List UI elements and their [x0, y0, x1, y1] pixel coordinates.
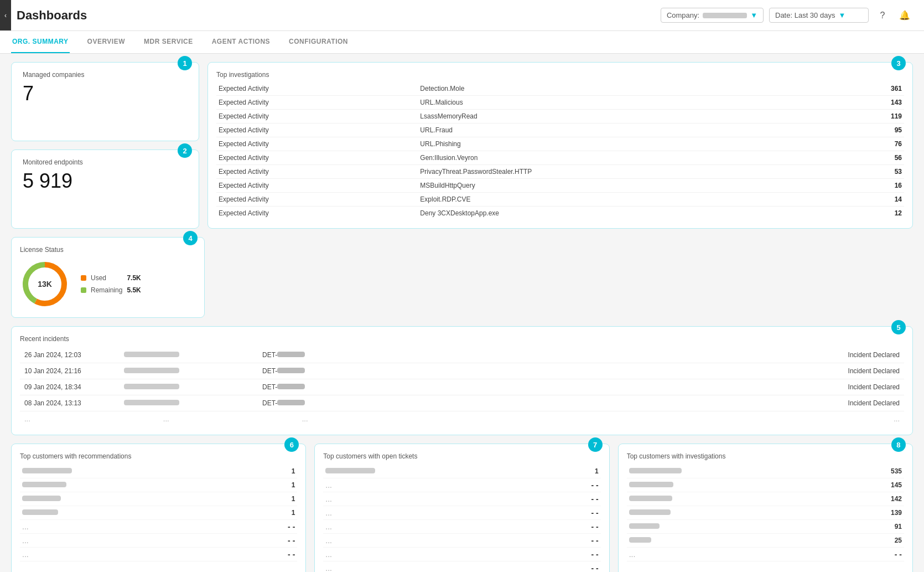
bell-button[interactable]: 🔔	[896, 7, 913, 24]
inv-col1: Expected Activity	[216, 123, 418, 137]
cust-inv-row: 91	[627, 520, 904, 534]
cust-inv-row: 25	[627, 534, 904, 548]
tab-org-summary[interactable]: ORG. SUMMARY	[11, 31, 70, 53]
ticket-row: 1	[323, 465, 600, 478]
inv-col1: Expected Activity	[216, 179, 418, 193]
page-title: Dashboards	[17, 8, 87, 23]
tick-ellipsis-label: ...	[323, 492, 551, 506]
tick-ellipsis-label: ...	[323, 506, 551, 520]
legend-remaining: Remaining 5.5K	[81, 286, 149, 294]
top-customers-tickets-card: 7 Top customers with open tickets 1 ...-…	[314, 444, 609, 572]
cust-inv-count: 142	[845, 492, 904, 506]
inv-count: 53	[847, 165, 904, 179]
inv-col2: Deny 3CXDesktopApp.exe	[418, 207, 847, 220]
incident-row: 26 Jan 2024, 12:03 DET- Incident Declare…	[20, 347, 904, 363]
tick-ellipsis-count: - -	[551, 492, 600, 506]
top-investigations-badge: 3	[891, 56, 906, 70]
recommendations-badge: 6	[284, 437, 299, 452]
nav-tabs: ORG. SUMMARY OVERVIEW MDR SERVICE AGENT …	[0, 31, 924, 54]
investigation-row: Expected Activity URL.Phishing 76	[216, 137, 904, 151]
legend: Used 7.5K Remaining 5.5K	[81, 274, 149, 294]
investigation-row: Expected Activity URL.Malicious 143	[216, 96, 904, 110]
tick-bar	[323, 465, 551, 478]
inv-col1: Expected Activity	[216, 165, 418, 179]
cust-inv-ellipsis-row: ...- -	[627, 548, 904, 561]
license-status-card: 4 License Status 13K	[11, 237, 205, 318]
tick-ellipsis-label: ...	[323, 548, 551, 561]
donut-center-label: 13K	[38, 280, 52, 288]
tab-agent-actions[interactable]: AGENT ACTIONS	[211, 31, 271, 53]
investigation-row: Expected Activity PrivacyThreat.Password…	[216, 165, 904, 179]
incidents-table: 26 Jan 2024, 12:03 DET- Incident Declare…	[20, 347, 904, 411]
top-customers-investigations-card: 8 Top customers with investigations 535 …	[618, 444, 913, 572]
incidents-ellipsis-1: ...	[24, 415, 30, 423]
incident-bar	[120, 347, 258, 363]
inv-col2: Detection.Mole	[418, 82, 847, 96]
ticket-ellipsis-row: ...- -	[323, 548, 600, 561]
inv-col2: MSBuildHttpQuery	[418, 179, 847, 193]
incidents-badge: 5	[891, 320, 906, 334]
incidents-ellipsis-3: ...	[302, 415, 308, 423]
rec-ellipsis-count: - -	[248, 520, 297, 534]
investigation-row: Expected Activity Gen:Illusion.Veyron 56	[216, 151, 904, 165]
incident-date: 26 Jan 2024, 12:03	[20, 347, 120, 363]
incident-det: DET-	[258, 395, 368, 411]
help-button[interactable]: ?	[874, 7, 891, 24]
used-dot	[81, 275, 86, 281]
monitored-endpoints-badge: 2	[178, 143, 192, 158]
used-label: Used	[91, 274, 106, 282]
license-title: License Status	[20, 246, 196, 254]
investigation-row: Expected Activity Deny 3CXDesktopApp.exe…	[216, 207, 904, 220]
monitored-endpoints-title: Monitored endpoints	[23, 158, 188, 166]
date-label: Date: Last 30 days	[775, 11, 835, 19]
incident-det: DET-	[258, 363, 368, 379]
tick-ellipsis-label: ...	[323, 561, 551, 573]
inv-col1: Expected Activity	[216, 193, 418, 207]
back-button[interactable]: ‹	[0, 0, 11, 30]
date-selector[interactable]: Date: Last 30 days ▼	[769, 8, 869, 23]
tickets-title: Top customers with open tickets	[323, 452, 600, 460]
tick-ellipsis-label: ...	[323, 520, 551, 534]
cust-inv-count: 535	[845, 465, 904, 478]
ticket-ellipsis-row: ...- -	[323, 534, 600, 548]
inv-count: 361	[847, 82, 904, 96]
incident-status: Incident Declared	[368, 395, 904, 411]
rec-ellipsis-label: ...	[20, 520, 248, 534]
legend-used: Used 7.5K	[81, 274, 149, 282]
tick-count: 1	[551, 465, 600, 478]
top-customers-recommendations-card: 6 Top customers with recommendations 1 1…	[11, 444, 306, 572]
cust-investigations-badge: 8	[891, 437, 906, 452]
recommendations-table: 1 1 1 1 ...- -...- -...- -	[20, 465, 297, 561]
remaining-label: Remaining	[91, 286, 122, 294]
tick-ellipsis-count: - -	[551, 520, 600, 534]
cust-inv-bar	[627, 478, 845, 492]
company-selector[interactable]: Company: ▼	[661, 8, 764, 23]
tickets-table: 1 ...- -...- -...- -...- -...- -...- -..…	[323, 465, 600, 572]
managed-companies-badge: 1	[178, 56, 192, 70]
incident-row: 10 Jan 2024, 21:16 DET- Incident Declare…	[20, 363, 904, 379]
rec-bar	[20, 465, 248, 478]
rec-ellipsis-count: - -	[248, 534, 297, 548]
tab-configuration[interactable]: CONFIGURATION	[288, 31, 349, 53]
inv-col1: Expected Activity	[216, 137, 418, 151]
incident-date: 10 Jan 2024, 21:16	[20, 363, 120, 379]
monitored-endpoints-value: 5 919	[23, 169, 188, 193]
cust-inv-count: 145	[845, 478, 904, 492]
recommendation-ellipsis-row: ...- -	[20, 548, 297, 561]
tab-overview[interactable]: OVERVIEW	[86, 31, 126, 53]
inv-col1: Expected Activity	[216, 82, 418, 96]
inv-col1: Expected Activity	[216, 96, 418, 110]
incident-status: Incident Declared	[368, 379, 904, 395]
inv-count: 56	[847, 151, 904, 165]
top-bar: ‹ Dashboards Company: ▼ Date: Last 30 da…	[0, 0, 924, 31]
inv-col1: Expected Activity	[216, 151, 418, 165]
inv-col2: Gen:Illusion.Veyron	[418, 151, 847, 165]
tab-mdr-service[interactable]: MDR SERVICE	[143, 31, 194, 53]
cust-inv-row: 139	[627, 506, 904, 520]
rec-ellipsis-count: - -	[248, 548, 297, 561]
cust-inv-count: 91	[845, 520, 904, 534]
inv-count: 119	[847, 110, 904, 123]
tickets-badge: 7	[588, 437, 603, 452]
recommendation-ellipsis-row: ...- -	[20, 534, 297, 548]
row-3: 5 Recent incidents 26 Jan 2024, 12:03 DE…	[11, 326, 913, 435]
